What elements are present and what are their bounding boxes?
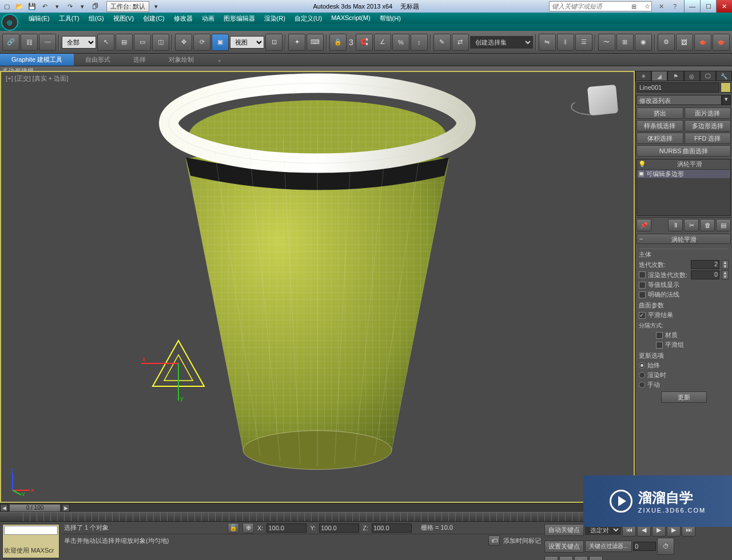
add-time-tag[interactable]: 添加时间标记 xyxy=(503,537,541,545)
percent-snap-icon[interactable]: % xyxy=(392,34,409,51)
edit-named-sel-icon[interactable]: ✎ xyxy=(433,34,451,51)
remove-mod-icon[interactable]: 🗑 xyxy=(700,219,715,231)
time-config-icon[interactable]: ⏱ xyxy=(657,538,674,555)
open-icon[interactable]: 📂 xyxy=(14,2,25,11)
check-isoline[interactable] xyxy=(639,282,646,289)
tab-create-icon[interactable]: ☀ xyxy=(635,71,651,81)
z-coord-input[interactable] xyxy=(372,523,412,533)
keyboard-icon[interactable]: ⌨ xyxy=(307,34,324,51)
app-menu-button[interactable]: ◎ xyxy=(1,14,18,31)
menu-edit[interactable]: 编辑(E) xyxy=(24,13,54,24)
check-smoothgroup[interactable] xyxy=(656,342,663,349)
exchange-icon[interactable]: ✕ xyxy=(655,2,667,11)
time-slider[interactable]: 0 / 100 xyxy=(9,504,61,512)
menu-help[interactable]: 帮助(H) xyxy=(375,13,405,24)
check-render-iter[interactable] xyxy=(639,271,646,278)
check-explicit-normals[interactable] xyxy=(639,291,646,298)
maximize-button[interactable]: ☐ xyxy=(700,0,716,13)
render-prod-icon[interactable]: 🫖 xyxy=(694,34,711,51)
make-unique-icon[interactable]: ✂ xyxy=(684,219,699,231)
link-icon[interactable]: 🔗 xyxy=(2,34,19,51)
btn-nurbs[interactable]: NURBS 曲面选择 xyxy=(636,145,731,157)
radio-always[interactable] xyxy=(639,362,645,369)
stack-item-editpoly[interactable]: ▣ 可编辑多边形 xyxy=(637,170,730,179)
y-coord-input[interactable] xyxy=(319,523,359,533)
angle-snap-icon[interactable]: ∠ xyxy=(374,34,391,51)
minimize-button[interactable]: — xyxy=(684,0,700,13)
tab-motion-icon[interactable]: ◎ xyxy=(684,71,700,81)
menu-tools[interactable]: 工具(T) xyxy=(54,13,84,24)
unlink-icon[interactable]: ⛓ xyxy=(21,34,38,51)
ribbon-tab-graphite[interactable]: Graphite 建模工具 xyxy=(0,54,74,66)
stack-bulb-icon[interactable]: 💡 xyxy=(638,161,646,168)
radio-manual[interactable] xyxy=(639,382,645,388)
ref-coord-dropdown[interactable]: 视图 xyxy=(230,36,264,49)
layers-icon[interactable]: ☰ xyxy=(575,34,592,51)
object-color-swatch[interactable] xyxy=(721,82,731,93)
redo-icon[interactable]: ↷ xyxy=(64,2,75,11)
rollout-turbosmooth[interactable]: −涡轮平滑 xyxy=(636,234,731,244)
check-smooth-result[interactable] xyxy=(639,312,646,319)
named-sel-lock-icon[interactable]: 🔒 xyxy=(329,34,347,51)
keyfilter-button[interactable]: 关键点过滤器... xyxy=(585,541,632,552)
spinner-snap-icon[interactable]: ↕ xyxy=(411,34,428,51)
frame-input[interactable] xyxy=(633,542,656,551)
update-button[interactable]: 更新 xyxy=(661,391,707,403)
lock-icon[interactable]: 🔓 xyxy=(228,523,239,533)
select-name-icon[interactable]: ▤ xyxy=(116,34,133,51)
undo-icon[interactable]: ↶ xyxy=(39,2,50,11)
tab-utilities-icon[interactable]: 🔧 xyxy=(716,71,732,81)
menu-customize[interactable]: 自定义(U) xyxy=(290,13,327,24)
comm-icon[interactable]: ⊞ xyxy=(628,2,639,11)
render-setup-icon[interactable]: ⚙ xyxy=(658,34,675,51)
time-tag-icon[interactable]: 🏷 xyxy=(488,535,500,546)
btn-volselect[interactable]: 体积选择 xyxy=(636,133,683,144)
spinner-iterations[interactable]: 2 xyxy=(691,260,719,269)
workspace-dropdown[interactable]: 工作台: 默认 xyxy=(106,1,149,12)
window-crossing-icon[interactable]: ◫ xyxy=(152,34,169,51)
tab-display-icon[interactable]: 🖵 xyxy=(700,71,716,81)
undo-dd-icon[interactable]: ▾ xyxy=(51,2,63,11)
menu-group[interactable]: 组(G) xyxy=(84,13,109,24)
maxscript-listener[interactable]: 欢迎使用 MAXScr xyxy=(2,524,59,558)
selection-filter-dropdown[interactable]: 全部 xyxy=(62,36,96,49)
new-icon[interactable]: ▢ xyxy=(1,2,13,11)
render-iter-icon[interactable]: 🫖 xyxy=(713,34,730,51)
menu-animation[interactable]: 动画 xyxy=(197,13,219,24)
viewport[interactable]: [+] [正交] [真实 + 边面] xyxy=(0,71,635,503)
ribbon-tab-paint[interactable]: 对象绘制 xyxy=(157,54,205,66)
tab-modify-icon[interactable]: ◢ xyxy=(651,71,667,81)
rotate-icon[interactable]: ⟳ xyxy=(193,34,210,51)
snap-toggle-icon[interactable]: 🧲 xyxy=(356,34,373,51)
curve-editor-icon[interactable]: 〜 xyxy=(598,34,615,51)
manip-icon[interactable]: ✦ xyxy=(288,34,305,51)
schematic-icon[interactable]: ⊞ xyxy=(616,34,634,51)
setkey-button[interactable]: 设置关键点 xyxy=(544,541,584,553)
radio-onrender[interactable] xyxy=(639,372,645,378)
select-rect-icon[interactable]: ▭ xyxy=(134,34,151,51)
menu-grapheditors[interactable]: 图形编辑器 xyxy=(219,13,260,24)
tab-hierarchy-icon[interactable]: ⚑ xyxy=(667,71,683,81)
time-prev-icon[interactable]: ◀ xyxy=(0,504,8,512)
modifier-list-dropdown[interactable]: 修改器列表 xyxy=(636,95,722,105)
btn-patchselect[interactable]: 面片选择 xyxy=(685,107,731,119)
pivot-icon[interactable]: ⊡ xyxy=(265,34,283,51)
nav-maxview-icon[interactable]: ⛶ xyxy=(589,556,603,560)
nav-pan-icon[interactable]: ✋ xyxy=(544,556,558,560)
named-sel-arrows-icon[interactable]: ⇄ xyxy=(452,34,469,51)
track-bar[interactable] xyxy=(0,512,635,521)
btn-extrude[interactable]: 挤出 xyxy=(636,107,683,119)
viewcube[interactable] xyxy=(580,80,626,126)
close-button[interactable]: ✕ xyxy=(716,0,732,13)
star-icon[interactable]: ☆ xyxy=(642,2,653,11)
modifier-stack[interactable]: 💡 涡轮平滑 ▣ 可编辑多边形 xyxy=(636,159,731,216)
workspace-arrow-icon[interactable]: ▾ xyxy=(150,2,162,11)
menu-modifiers[interactable]: 修改器 xyxy=(169,13,197,24)
nav-zoom-icon[interactable]: 🔍 xyxy=(574,556,588,560)
mirror-icon[interactable]: ⇋ xyxy=(539,34,556,51)
show-end-icon[interactable]: Ⅱ xyxy=(668,219,683,231)
cup-model[interactable] xyxy=(146,73,489,485)
configure-icon[interactable]: ▤ xyxy=(716,219,731,231)
pin-stack-icon[interactable]: 📌 xyxy=(636,219,651,231)
modifier-list-arrow-icon[interactable]: ▾ xyxy=(722,95,731,105)
